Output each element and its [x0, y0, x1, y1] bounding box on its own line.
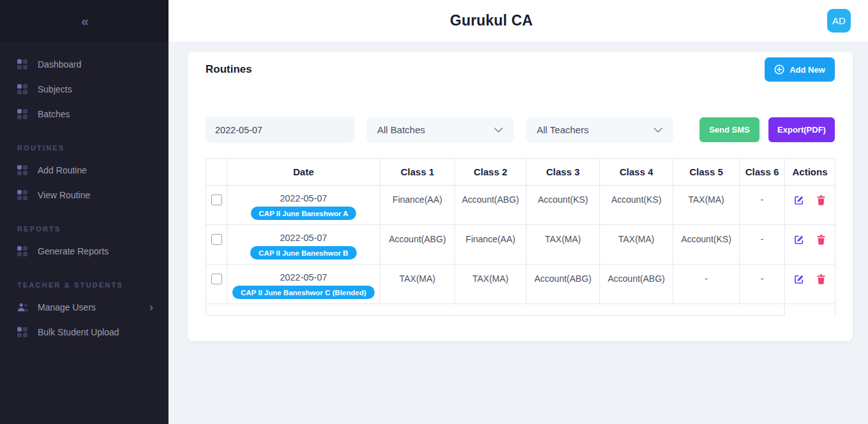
- sidebar-item-subjects[interactable]: Subjects: [0, 77, 168, 101]
- actions-cell: [785, 225, 835, 265]
- sidebar-item-label: Add Routine: [38, 165, 87, 175]
- topbar: Gurukul CA AD: [168, 0, 868, 41]
- edit-button[interactable]: [794, 235, 804, 247]
- delete-button[interactable]: [816, 235, 826, 247]
- delete-button[interactable]: [816, 195, 826, 207]
- table-row: 2022-05-07 CAP II June Baneshwor A Finan…: [206, 186, 835, 225]
- class-cell: Finance(AA): [380, 186, 455, 225]
- class-cell: Account(KS): [527, 186, 600, 225]
- sidebar-item-label: Dashboard: [38, 59, 82, 69]
- sidebar-item-add-routine[interactable]: Add Routine: [0, 157, 168, 182]
- sidebar-item-bulk-student-upload[interactable]: Bulk Student Upload: [0, 319, 168, 344]
- class-cell: Account(ABG): [600, 265, 673, 304]
- card-header: Routines Add New: [206, 52, 835, 82]
- page-title: Routines: [206, 63, 252, 76]
- row-select-checkbox[interactable]: [211, 234, 222, 245]
- delete-button[interactable]: [816, 274, 826, 286]
- sidebar-section-routines: ROUTINES: [17, 144, 168, 152]
- actions-cell: [785, 186, 835, 225]
- class-cell: Account(KS): [600, 186, 673, 225]
- date-cell: 2022-05-07 CAP II June Baneshwor A: [227, 186, 380, 225]
- sidebar-collapse-icon[interactable]: «: [81, 13, 87, 29]
- class-cell: -: [740, 265, 785, 304]
- chevron-down-icon: [494, 128, 503, 133]
- sidebar-item-label: Batches: [38, 109, 70, 119]
- date-value: 2022-05-07: [227, 233, 380, 243]
- sidebar: « Dashboard Subjects Batches ROUTINES Ad…: [0, 0, 168, 424]
- edit-icon: [794, 235, 804, 245]
- class-cell: Account(ABG): [455, 186, 527, 225]
- batches-select-value: All Batches: [377, 124, 425, 135]
- class-cell: Account(KS): [673, 225, 740, 265]
- row-select-checkbox[interactable]: [211, 274, 222, 284]
- user-avatar[interactable]: AD: [827, 9, 851, 33]
- batches-select[interactable]: All Batches: [366, 117, 514, 143]
- col-class-4: Class 4: [600, 159, 673, 186]
- sidebar-item-dashboard[interactable]: Dashboard: [0, 52, 168, 77]
- export-pdf-button[interactable]: Export(PDF): [768, 117, 835, 142]
- class-cell: TAX(MA): [600, 225, 673, 265]
- col-date: Date: [227, 159, 380, 186]
- teachers-select[interactable]: All Teachers: [526, 117, 673, 143]
- add-new-button[interactable]: Add New: [765, 57, 835, 82]
- filter-bar: All Batches All Teachers Send SMS Export…: [206, 117, 835, 143]
- trash-icon: [816, 274, 826, 284]
- table-partial-row: [206, 304, 835, 316]
- grid-icon: [17, 327, 27, 337]
- class-cell: TAX(MA): [455, 265, 527, 304]
- app-title: Gurukul CA: [168, 12, 814, 29]
- main-area: Gurukul CA AD Routines Add New All Batch…: [168, 0, 868, 424]
- batch-badge: CAP II June Baneshwor B: [250, 246, 356, 260]
- sidebar-section-reports: REPORTS: [17, 225, 168, 233]
- class-cell: Finance(AA): [455, 225, 527, 265]
- users-icon: [17, 302, 29, 312]
- class-cell: -: [673, 265, 740, 304]
- col-actions: Actions: [785, 159, 835, 186]
- routines-table: Date Class 1 Class 2 Class 3 Class 4 Cla…: [206, 158, 835, 316]
- table-row: 2022-05-07 CAP II June Baneshwor C (Blen…: [206, 265, 835, 304]
- teachers-select-value: All Teachers: [537, 124, 588, 135]
- class-cell: TAX(MA): [380, 265, 455, 304]
- class-cell: -: [740, 186, 785, 225]
- chevron-down-icon: [654, 128, 662, 133]
- class-cell: Account(ABG): [527, 265, 600, 304]
- date-cell: 2022-05-07 CAP II June Baneshwor C (Blen…: [227, 265, 380, 304]
- col-class-6: Class 6: [740, 159, 785, 186]
- routines-card: Routines Add New All Batches: [188, 52, 853, 341]
- sidebar-item-label: Subjects: [38, 84, 72, 94]
- edit-icon: [794, 195, 804, 205]
- actions-cell: [785, 265, 835, 304]
- trash-icon: [816, 235, 826, 245]
- grid-icon: [17, 246, 27, 256]
- sidebar-header: «: [0, 0, 168, 41]
- date-cell: 2022-05-07 CAP II June Baneshwor B: [227, 225, 380, 265]
- sidebar-item-label: Bulk Student Upload: [38, 327, 119, 337]
- send-sms-button[interactable]: Send SMS: [700, 117, 760, 142]
- grid-icon: [17, 109, 27, 119]
- sidebar-item-manage-users[interactable]: Manage Users ›: [0, 295, 168, 319]
- grid-icon: [17, 84, 27, 94]
- date-value: 2022-05-07: [227, 272, 380, 282]
- date-filter-input[interactable]: [206, 117, 354, 143]
- class-cell: TAX(MA): [673, 186, 740, 225]
- class-cell: Account(ABG): [380, 225, 455, 265]
- edit-button[interactable]: [794, 195, 804, 207]
- col-class-2: Class 2: [455, 159, 527, 186]
- sidebar-item-label: Generate Reports: [38, 246, 108, 256]
- batch-badge: CAP II June Baneshwor A: [251, 207, 357, 220]
- grid-icon: [17, 59, 27, 69]
- table-row: 2022-05-07 CAP II June Baneshwor B Accou…: [206, 225, 835, 265]
- sidebar-item-batches[interactable]: Batches: [0, 101, 168, 126]
- trash-icon: [816, 195, 826, 205]
- sidebar-section-teacher-students: TEACHER & STUDENTS: [17, 281, 168, 289]
- sidebar-item-view-routine[interactable]: View Routine: [0, 182, 168, 207]
- col-class-1: Class 1: [380, 159, 455, 186]
- class-cell: -: [740, 225, 785, 265]
- sidebar-item-label: Manage Users: [38, 302, 96, 312]
- sidebar-nav: Dashboard Subjects Batches ROUTINES Add …: [0, 41, 168, 344]
- row-select-checkbox[interactable]: [211, 194, 222, 205]
- sidebar-item-generate-reports[interactable]: Generate Reports: [0, 238, 168, 263]
- content: Routines Add New All Batches: [168, 41, 868, 341]
- edit-button[interactable]: [794, 274, 804, 286]
- plus-circle-icon: [774, 64, 784, 75]
